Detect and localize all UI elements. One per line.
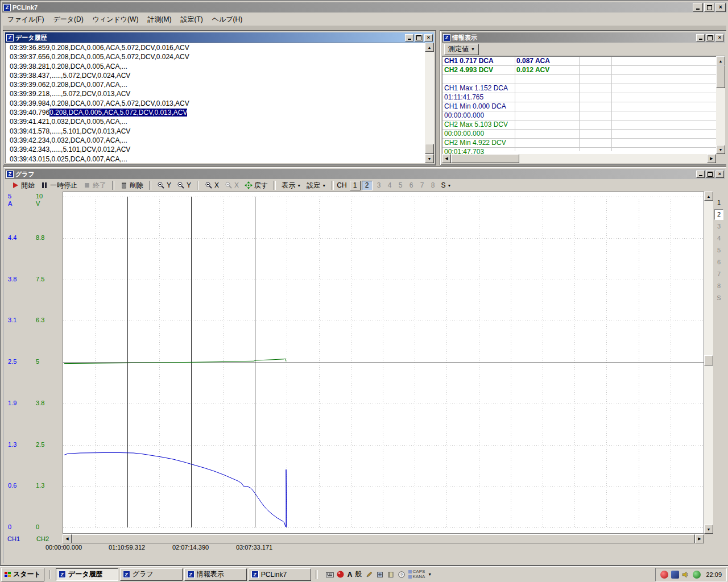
graph-side-channel-8[interactable]: 8 bbox=[714, 281, 723, 292]
history-list[interactable]: 03:39:36.859,0.208,DCA,0.006,ACA,5.072,D… bbox=[5, 43, 425, 163]
info-titlebar[interactable]: Z 情報表示 × bbox=[442, 32, 725, 43]
toolbar-channel-4[interactable]: 4 bbox=[384, 181, 395, 189]
scroll-left-button[interactable]: ◀ bbox=[63, 534, 72, 543]
scrollbar-thumb[interactable] bbox=[425, 144, 434, 154]
stop-button[interactable]: 終了 bbox=[80, 180, 109, 191]
history-row[interactable]: 03:39:38.437,.....,5.072,DCV,0.024,ACV bbox=[6, 71, 425, 80]
taskbar-button[interactable]: ZPCLink7 bbox=[249, 568, 311, 581]
main-titlebar[interactable]: Z PCLink7 × bbox=[2, 2, 727, 13]
history-row[interactable]: 03:39:39.218,.....,5.072,DCV,0.013,ACV bbox=[6, 89, 425, 98]
history-scrollbar[interactable]: ▲ ▼ bbox=[425, 43, 434, 163]
settings-dropdown[interactable]: 設定 ▼ bbox=[304, 180, 329, 191]
close-button[interactable]: × bbox=[715, 34, 724, 41]
tools-icon[interactable] bbox=[376, 571, 384, 579]
history-row[interactable]: 03:39:41.578,.....,5.101,DCV,0.013,ACV bbox=[6, 127, 425, 136]
scroll-up-button[interactable]: ▲ bbox=[704, 192, 713, 201]
graph-side-channel-1[interactable]: 1 bbox=[714, 197, 723, 208]
info-vscrollbar[interactable]: ▲ ▼ bbox=[716, 56, 725, 154]
toolbar-channel-1[interactable]: 1 bbox=[350, 181, 361, 190]
minimize-button[interactable] bbox=[696, 34, 705, 41]
scroll-up-button[interactable]: ▲ bbox=[716, 56, 725, 65]
scroll-left-button[interactable]: ◀ bbox=[442, 154, 451, 163]
taskbar-button[interactable]: Zグラフ bbox=[120, 568, 183, 581]
taskbar-button[interactable]: Zデータ履歴 bbox=[56, 568, 118, 581]
minimize-button[interactable] bbox=[696, 171, 705, 178]
start-button[interactable]: スタート bbox=[1, 568, 44, 581]
history-row[interactable]: 03:39:42.234,0.032,DCA,0.007,ACA,... bbox=[6, 136, 425, 145]
graph-titlebar[interactable]: Z グラフ × bbox=[5, 169, 725, 179]
ime-input-mode[interactable]: A bbox=[348, 571, 353, 579]
start-button[interactable]: 開始 bbox=[9, 180, 38, 191]
info-hscrollbar[interactable]: ◀ ▶ bbox=[442, 154, 716, 163]
menu-item[interactable]: ファイル(F) bbox=[3, 14, 48, 26]
graph-side-channel-2[interactable]: 2 bbox=[714, 209, 723, 220]
zoom-out-x-button[interactable]: X bbox=[222, 181, 242, 190]
scrollbar-thumb[interactable] bbox=[451, 154, 519, 163]
minimize-button[interactable] bbox=[693, 3, 703, 12]
history-row[interactable]: 03:39:37.656,0.208,DCA,0.005,ACA,5.072,D… bbox=[6, 52, 425, 61]
scroll-down-button[interactable]: ▼ bbox=[704, 525, 713, 534]
graph-vscrollbar[interactable]: ▲ ▼ bbox=[704, 192, 713, 534]
scroll-up-button[interactable]: ▲ bbox=[425, 43, 434, 52]
history-row[interactable]: 03:39:38.281,0.208,DCA,0.005,ACA,... bbox=[6, 62, 425, 71]
graph-side-channel-5[interactable]: 5 bbox=[714, 245, 723, 256]
toolbar-channel-5[interactable]: 5 bbox=[395, 181, 406, 189]
zoom-out-y-button[interactable]: Y bbox=[174, 181, 194, 190]
maximize-button[interactable] bbox=[704, 3, 714, 12]
menu-item[interactable]: 設定(T) bbox=[176, 14, 207, 26]
measured-value-dropdown[interactable]: 測定値 ▼ bbox=[444, 44, 479, 55]
s-channel-dropdown[interactable]: S ▼ bbox=[439, 181, 454, 190]
pause-button[interactable]: 一時停止 bbox=[38, 180, 80, 191]
scroll-right-button[interactable]: ▶ bbox=[707, 154, 716, 163]
maximize-button[interactable] bbox=[706, 34, 714, 41]
history-row[interactable]: 03:39:43.015,0.025,DCA,0.007,ACA,... bbox=[6, 155, 425, 163]
scrollbar-thumb[interactable] bbox=[704, 355, 713, 365]
chevron-down-icon[interactable]: ▼ bbox=[428, 572, 432, 576]
reset-view-button[interactable]: 戻す bbox=[242, 180, 271, 191]
toolbar-channel-8[interactable]: 8 bbox=[428, 181, 439, 189]
history-row[interactable]: 03:39:39.062,0.208,DCA,0.007,ACA,... bbox=[6, 80, 425, 89]
view-dropdown[interactable]: 表示 ▼ bbox=[279, 180, 304, 191]
help-icon[interactable]: ? bbox=[398, 571, 406, 579]
menu-item[interactable]: データ(D) bbox=[48, 14, 88, 26]
history-row[interactable]: 03:39:40.7960.208,DCA,0.005,ACA,5.072,DC… bbox=[6, 108, 425, 117]
history-row[interactable]: 03:39:36.859,0.208,DCA,0.006,ACA,5.072,D… bbox=[6, 43, 425, 52]
keyboard-icon[interactable] bbox=[326, 571, 334, 579]
volume-icon[interactable] bbox=[682, 571, 690, 579]
scrollbar-thumb[interactable] bbox=[716, 65, 725, 88]
maximize-button[interactable] bbox=[706, 171, 714, 178]
menu-item[interactable]: 計測(M) bbox=[143, 14, 176, 26]
dictionary-icon[interactable] bbox=[387, 571, 395, 579]
graph-side-channel-6[interactable]: 6 bbox=[714, 257, 723, 268]
graph-hscrollbar[interactable]: ◀ ▶ bbox=[63, 534, 704, 543]
zoom-in-x-button[interactable]: X bbox=[202, 181, 222, 190]
toolbar-channel-6[interactable]: 6 bbox=[406, 181, 417, 189]
close-button[interactable]: × bbox=[715, 171, 724, 178]
history-titlebar[interactable]: Z データ履歴 × bbox=[5, 32, 434, 43]
taskbar-button[interactable]: Z情報表示 bbox=[184, 568, 247, 581]
ime-status-icon[interactable] bbox=[337, 571, 345, 579]
close-button[interactable]: × bbox=[424, 34, 433, 41]
toolbar-channel-3[interactable]: 3 bbox=[374, 181, 384, 189]
maximize-button[interactable] bbox=[415, 34, 423, 41]
tray-icon[interactable] bbox=[671, 571, 679, 579]
toolbar-channel-2[interactable]: 2 bbox=[362, 181, 373, 190]
graph-side-channel-s[interactable]: S bbox=[714, 293, 723, 304]
ime-conversion-mode[interactable]: 般 bbox=[355, 569, 362, 579]
toolbar-channel-7[interactable]: 7 bbox=[417, 181, 428, 189]
pencil-icon[interactable] bbox=[365, 571, 373, 579]
graph-side-channel-4[interactable]: 4 bbox=[714, 233, 723, 244]
scroll-down-button[interactable]: ▼ bbox=[716, 145, 725, 154]
menu-item[interactable]: ヘルプ(H) bbox=[208, 14, 247, 26]
zoom-in-y-button[interactable]: Y bbox=[154, 181, 174, 190]
scroll-right-button[interactable]: ▶ bbox=[695, 534, 704, 543]
history-row[interactable]: 03:39:41.421,0.032,DCA,0.005,ACA,... bbox=[6, 117, 425, 126]
scroll-down-button[interactable]: ▼ bbox=[425, 154, 434, 163]
menu-item[interactable]: ウィンドウ(W) bbox=[88, 14, 143, 26]
graph-side-channel-3[interactable]: 3 bbox=[714, 221, 723, 232]
delete-button[interactable]: 削除 bbox=[117, 180, 146, 191]
tray-icon[interactable] bbox=[660, 571, 668, 579]
history-row[interactable]: 03:39:42.343,.....,5.101,DCV,0.012,ACV bbox=[6, 145, 425, 154]
tray-icon[interactable] bbox=[693, 571, 701, 579]
graph-side-channel-7[interactable]: 7 bbox=[714, 269, 723, 280]
